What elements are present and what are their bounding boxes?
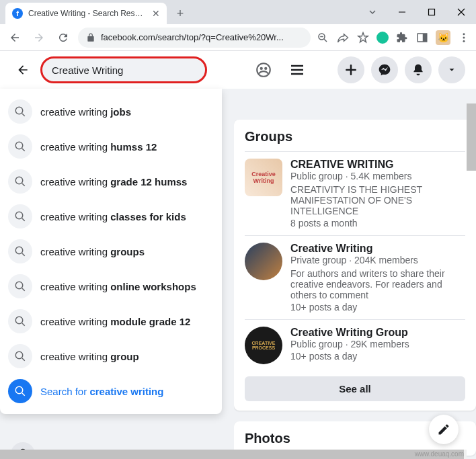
- svg-point-12: [15, 177, 23, 184]
- group-meta: Private group · 204K members: [290, 255, 465, 265]
- fb-back-button[interactable]: [11, 58, 35, 82]
- suggestion-text: creative writing humss 12: [40, 141, 157, 153]
- suggestion-item[interactable]: creative writing jobs: [0, 94, 222, 129]
- suggestion-text: creative writing group: [40, 351, 139, 362]
- suggestion-text: creative writing groups: [40, 246, 145, 257]
- search-for-text: Search for creative writing: [40, 386, 163, 397]
- lock-icon: [86, 33, 95, 42]
- suggestion-item[interactable]: creative writing humss 12: [0, 129, 222, 164]
- create-plus-button[interactable]: [338, 56, 364, 83]
- horizontal-scrollbar-track[interactable]: [0, 450, 467, 459]
- facebook-page: Creative Writing Places creative writing…: [0, 51, 476, 459]
- see-all-button[interactable]: See all: [245, 376, 465, 401]
- fb-search-value: Creative Writing: [52, 65, 123, 76]
- browser-back-button[interactable]: [5, 28, 24, 47]
- zoom-icon[interactable]: [316, 31, 329, 44]
- svg-point-7: [257, 63, 270, 77]
- group-name: CREATIVE WRITING: [290, 159, 465, 171]
- window-controls: [358, 0, 476, 24]
- svg-rect-0: [429, 9, 435, 15]
- group-avatar: [245, 243, 282, 280]
- group-meta: Public group · 5.4K members: [290, 171, 465, 181]
- search-results-main: Groups Creative Writing CREATIVE WRITING…: [234, 89, 476, 459]
- suggestion-text: creative writing classes for kids: [40, 211, 186, 222]
- group-name: Creative Writing Group: [290, 327, 465, 339]
- groups-nav-icon[interactable]: [250, 56, 277, 83]
- browser-tab[interactable]: f Creative Writing - Search Results ✕: [5, 3, 167, 24]
- group-posts-frequency: 8 posts a month: [290, 218, 465, 228]
- group-result-row[interactable]: Creative Writing CREATIVE WRITING Public…: [245, 151, 465, 235]
- group-description: For authors and writers to share their c…: [290, 268, 465, 300]
- share-icon[interactable]: [336, 31, 350, 44]
- bookmark-star-icon[interactable]: [356, 31, 370, 44]
- svg-point-15: [15, 282, 23, 289]
- svg-point-16: [15, 317, 23, 324]
- vertical-scrollbar[interactable]: [467, 103, 476, 171]
- search-suggestions-panel: creative writing jobs creative writing h…: [0, 89, 222, 414]
- chrome-menu-icon[interactable]: [457, 31, 471, 44]
- svg-point-17: [15, 351, 23, 359]
- extensions-puzzle-icon[interactable]: [395, 31, 409, 44]
- search-icon: [8, 239, 32, 263]
- search-icon: [8, 379, 32, 403]
- tab-title: Creative Writing - Search Results: [28, 9, 147, 18]
- profile-avatar-icon[interactable]: 🐱: [436, 30, 450, 45]
- window-maximize[interactable]: [417, 2, 446, 22]
- group-avatar: Creative Writing: [245, 159, 282, 196]
- group-result-row[interactable]: Creative Writing Private group · 204K me…: [245, 235, 465, 319]
- group-description: CREATIVITY IS THE HIGHEST MANIFESTATION …: [290, 184, 465, 216]
- grammarly-extension-icon[interactable]: [376, 32, 389, 44]
- group-name: Creative Writing: [290, 243, 465, 255]
- search-icon: [8, 134, 32, 159]
- svg-rect-3: [423, 34, 427, 42]
- browser-reload-button[interactable]: [54, 28, 73, 47]
- suggestion-item[interactable]: creative writing online workshops: [0, 269, 222, 304]
- group-result-row[interactable]: CREATIVE PROCESS Creative Writing Group …: [245, 319, 465, 371]
- svg-point-14: [15, 247, 23, 254]
- account-dropdown-button[interactable]: [438, 56, 465, 83]
- extension-icons: 🐱: [316, 30, 471, 45]
- search-icon: [8, 309, 32, 333]
- svg-point-18: [15, 386, 23, 394]
- watermark: www.deuaq.com: [415, 450, 464, 458]
- groups-card: Groups Creative Writing CREATIVE WRITING…: [234, 120, 476, 411]
- groups-card-title: Groups: [245, 129, 465, 144]
- window-close[interactable]: [446, 2, 476, 22]
- svg-point-4: [463, 33, 465, 35]
- horizontal-scrollbar-thumb[interactable]: [0, 450, 464, 459]
- url-text: facebook.com/search/top/?q=Creative%20Wr…: [101, 32, 284, 42]
- suggestion-item[interactable]: creative writing grade 12 humss: [0, 164, 222, 199]
- window-dropdown[interactable]: [358, 2, 387, 22]
- group-posts-frequency: 10+ posts a day: [290, 302, 465, 312]
- suggestion-text: creative writing online workshops: [40, 281, 196, 292]
- window-minimize[interactable]: [387, 2, 417, 22]
- suggestion-item[interactable]: creative writing group: [0, 339, 222, 374]
- group-posts-frequency: 10+ posts a day: [290, 351, 465, 362]
- search-for-action[interactable]: Search for creative writing: [0, 374, 222, 409]
- suggestion-text: creative writing grade 12 humss: [40, 176, 187, 187]
- address-bar[interactable]: facebook.com/search/top/?q=Creative%20Wr…: [78, 28, 311, 48]
- new-tab-button[interactable]: +: [171, 4, 190, 23]
- svg-point-9: [264, 67, 267, 70]
- browser-forward-button[interactable]: [30, 28, 48, 47]
- suggestion-item[interactable]: creative writing groups: [0, 234, 222, 269]
- group-meta: Public group · 29K members: [290, 339, 465, 349]
- menu-hamburger-icon[interactable]: [284, 56, 311, 83]
- suggestion-item[interactable]: creative writing classes for kids: [0, 199, 222, 234]
- suggestion-item[interactable]: creative writing module grade 12: [0, 304, 222, 339]
- compose-button[interactable]: [429, 415, 459, 444]
- fb-search-input[interactable]: Creative Writing: [40, 56, 207, 83]
- suggestion-text: creative writing jobs: [40, 106, 131, 118]
- svg-point-11: [15, 142, 23, 149]
- notifications-button[interactable]: [405, 56, 432, 83]
- tab-close-button[interactable]: ✕: [152, 8, 160, 19]
- search-icon: [8, 274, 32, 298]
- messenger-button[interactable]: [371, 56, 398, 83]
- suggestion-text: creative writing module grade 12: [40, 316, 190, 327]
- svg-point-6: [463, 40, 465, 42]
- svg-point-5: [463, 36, 465, 38]
- search-icon: [8, 204, 32, 228]
- facebook-header: Creative Writing: [0, 51, 476, 89]
- side-panel-icon[interactable]: [415, 31, 429, 44]
- group-avatar: CREATIVE PROCESS: [245, 327, 282, 364]
